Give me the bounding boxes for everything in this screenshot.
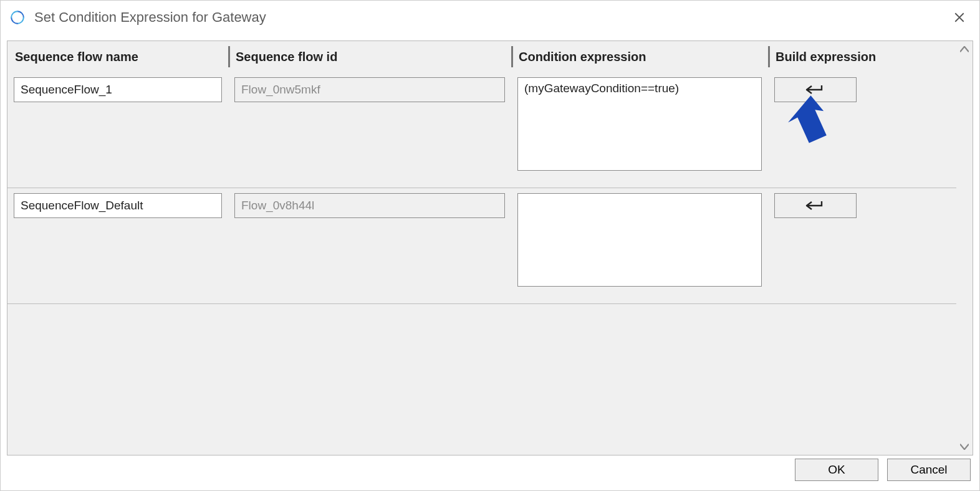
condition-expression-input[interactable] xyxy=(517,193,762,287)
flow-id-field xyxy=(234,77,505,102)
header-expression: Condition expression xyxy=(511,41,768,72)
dialog-title: Set Condition Expression for Gateway xyxy=(34,9,948,26)
scroll-up-button[interactable] xyxy=(959,45,970,54)
table-row xyxy=(7,188,956,304)
header-build: Build expression xyxy=(768,41,886,72)
flows-table: Sequence flow name Sequence flow id Cond… xyxy=(7,41,973,455)
build-expression-button[interactable] xyxy=(774,193,857,218)
flow-name-input[interactable] xyxy=(14,193,222,218)
svg-marker-0 xyxy=(785,95,828,145)
build-expression-button[interactable] xyxy=(774,77,857,102)
content-frame: Sequence flow name Sequence flow id Cond… xyxy=(7,41,973,455)
table-row xyxy=(7,72,956,188)
close-icon xyxy=(954,12,965,23)
header-name: Sequence flow name xyxy=(7,41,228,72)
enter-arrow-icon xyxy=(803,199,828,212)
header-id: Sequence flow id xyxy=(228,41,511,72)
close-button[interactable] xyxy=(948,6,971,29)
column-headers: Sequence flow name Sequence flow id Cond… xyxy=(7,41,956,72)
condition-expression-input[interactable] xyxy=(517,77,762,171)
dialog-button-bar: OK Cancel xyxy=(1,455,979,490)
ok-button[interactable]: OK xyxy=(795,459,878,481)
scroll-down-button[interactable] xyxy=(959,442,970,451)
chevron-up-icon xyxy=(960,46,969,52)
app-icon xyxy=(9,9,26,26)
pointer-annotation-icon xyxy=(779,95,828,153)
titlebar: Set Condition Expression for Gateway xyxy=(1,1,979,34)
chevron-down-icon xyxy=(960,444,969,450)
gateway-condition-dialog: Set Condition Expression for Gateway Seq… xyxy=(0,0,980,491)
enter-arrow-icon xyxy=(803,83,828,96)
cancel-button[interactable]: Cancel xyxy=(887,459,971,481)
scrollbar[interactable] xyxy=(956,41,973,455)
flow-name-input[interactable] xyxy=(14,77,222,102)
flow-id-field xyxy=(234,193,505,218)
